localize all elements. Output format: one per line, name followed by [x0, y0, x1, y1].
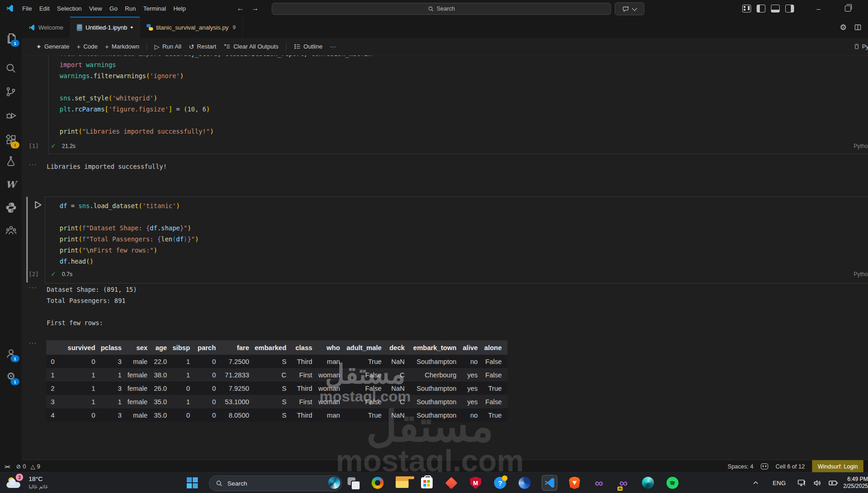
restore-window-button[interactable]: [845, 6, 851, 12]
source-control-icon[interactable]: [0, 81, 22, 103]
split-editor-icon[interactable]: [854, 24, 862, 31]
clear-outputs-icon: [224, 43, 231, 50]
table-cell: False: [346, 395, 387, 408]
volume-icon[interactable]: [813, 473, 822, 493]
tab-untitled-notebook[interactable]: Untitled-1.ipynb ●: [70, 17, 140, 38]
cell-1-language[interactable]: Python: [854, 143, 868, 149]
output-more-actions-icon[interactable]: ···: [29, 339, 37, 346]
table-cell: no: [462, 408, 483, 422]
teal-swirl-app-icon[interactable]: [641, 475, 655, 490]
run-cell-button[interactable]: [31, 199, 43, 211]
copilot-chat-button[interactable]: [615, 2, 644, 15]
command-center-search[interactable]: Search: [272, 3, 611, 15]
search-highlight-image[interactable]: [328, 477, 340, 489]
organization-icon[interactable]: [0, 219, 22, 241]
mcafee-icon[interactable]: M: [468, 475, 483, 490]
explorer-icon[interactable]: 1: [0, 27, 22, 49]
taskbar-search-box[interactable]: Search: [209, 475, 342, 491]
outline-button[interactable]: Outline: [290, 41, 326, 52]
clear-all-outputs-button[interactable]: Clear All Outputs: [220, 41, 282, 52]
sparkle-icon: ✦: [36, 43, 42, 50]
extensions-icon[interactable]: !: [0, 129, 22, 150]
table-cell: 3: [101, 382, 127, 395]
file-explorer-icon[interactable]: [395, 475, 410, 490]
run-debug-icon[interactable]: [0, 105, 22, 126]
tab-label: titanic_survival_analysis.py: [156, 24, 229, 31]
visual-studio-in-icon[interactable]: ∞IN: [616, 475, 631, 490]
notebook-editor[interactable]: from sklearn.metrics import accuracy_sco…: [22, 55, 868, 460]
blue-swirl-app-icon[interactable]: [517, 475, 532, 490]
tray-chevron-up-icon[interactable]: [752, 473, 759, 493]
menu-file[interactable]: File: [18, 3, 36, 14]
toggle-panel-icon[interactable]: [771, 5, 780, 12]
vscode-taskbar-icon[interactable]: [542, 475, 557, 491]
menu-selection[interactable]: Selection: [53, 3, 85, 14]
add-markdown-cell-button[interactable]: +Markdown: [101, 41, 143, 52]
windsurf-icon[interactable]: W: [0, 173, 22, 195]
toggle-primary-sidebar-icon[interactable]: [757, 5, 765, 12]
output-more-actions-icon[interactable]: ···: [29, 283, 37, 291]
notebook-toolbar: ✦Generate +Code +Markdown ▷Run All ↺Rest…: [22, 38, 868, 55]
microsoft-store-icon[interactable]: [419, 475, 434, 490]
cell-2-language[interactable]: Python: [854, 271, 868, 277]
windsurf-login-button[interactable]: Windsurf: Login: [812, 460, 863, 473]
visual-studio-icon[interactable]: ∞: [592, 475, 606, 490]
table-cell: True: [346, 355, 387, 368]
table-cell: C: [387, 368, 410, 382]
forward-arrow-icon[interactable]: →: [251, 4, 259, 12]
editor-settings-gear-icon[interactable]: ⚙: [840, 23, 847, 32]
menu-terminal[interactable]: Terminal: [140, 3, 170, 14]
menu-help[interactable]: Help: [170, 3, 189, 14]
cell-2-code[interactable]: df = sns.load_dataset('titanic') print(f…: [60, 200, 199, 267]
problems-indicator[interactable]: ⊘0 △9: [16, 463, 40, 470]
copilot-status-icon[interactable]: [761, 463, 768, 469]
table-cell: 35.0: [153, 395, 172, 408]
battery-icon[interactable]: [828, 473, 838, 493]
settings-gear-icon[interactable]: ⚙ 1: [0, 365, 22, 387]
menu-edit[interactable]: Edit: [36, 3, 53, 14]
table-cell: 0: [196, 408, 221, 422]
run-all-button[interactable]: ▷Run All: [151, 41, 185, 52]
add-code-cell-button[interactable]: +Code: [73, 41, 101, 52]
spaces-indicator[interactable]: Spaces: 4: [727, 463, 753, 470]
kernel-picker[interactable]: Python 3.12: [854, 43, 868, 50]
minimize-button[interactable]: –: [812, 5, 825, 12]
clock[interactable]: 6:49 PM 2/25/2025: [842, 473, 868, 493]
brave-browser-icon[interactable]: [567, 475, 582, 490]
quick-assist-icon[interactable]: ?: [493, 475, 507, 490]
python-extension-icon[interactable]: [0, 197, 22, 218]
language-indicator[interactable]: ENG: [773, 473, 786, 493]
accounts-icon[interactable]: 1: [0, 342, 22, 364]
table-cell: 3: [101, 355, 127, 368]
more-actions-button[interactable]: ···: [326, 41, 340, 52]
vscode-tab-icon: [28, 24, 35, 31]
tab-titanic-py[interactable]: titanic_survival_analysis.py 9: [140, 17, 243, 38]
menu-run[interactable]: Run: [121, 3, 140, 14]
task-view-icon[interactable]: [346, 475, 361, 490]
wps-office-icon[interactable]: [444, 475, 458, 490]
output-more-actions-icon[interactable]: ···: [29, 160, 37, 168]
cell-1-code[interactable]: from sklearn.metrics import accuracy_sco…: [60, 55, 372, 137]
cell-indicator[interactable]: Cell 6 of 12: [776, 463, 805, 470]
widgets-icon[interactable]: [370, 475, 385, 490]
table-cell: yes: [462, 368, 483, 382]
generate-button[interactable]: ✦Generate: [32, 41, 73, 52]
status-bar: >< ⊘0 △9 Spaces: 4 Cell 6 of 12 Windsurf…: [0, 460, 868, 473]
tab-welcome[interactable]: Welcome: [22, 17, 70, 38]
tray-time: 6:49 PM: [847, 476, 868, 483]
testing-icon[interactable]: [0, 150, 22, 172]
network-display-icon[interactable]: [797, 473, 806, 493]
spotify-icon[interactable]: [665, 475, 680, 490]
start-button[interactable]: [187, 477, 198, 488]
table-row: 311female35.01053.1000SFirstwomanFalseCS…: [46, 395, 507, 408]
restart-button[interactable]: ↺Restart: [185, 41, 220, 52]
customize-layout-icon[interactable]: [742, 5, 751, 12]
menu-go[interactable]: Go: [106, 3, 121, 14]
search-sidebar-icon[interactable]: [0, 57, 22, 79]
remote-indicator-icon[interactable]: ><: [5, 464, 10, 469]
back-arrow-icon[interactable]: ←: [237, 4, 244, 12]
menu-view[interactable]: View: [86, 3, 106, 14]
toggle-secondary-sidebar-icon[interactable]: [785, 5, 794, 12]
modified-dot-icon[interactable]: ●: [130, 25, 133, 30]
weather-widget[interactable]: 3 18°C غائم غالبا: [5, 474, 65, 492]
